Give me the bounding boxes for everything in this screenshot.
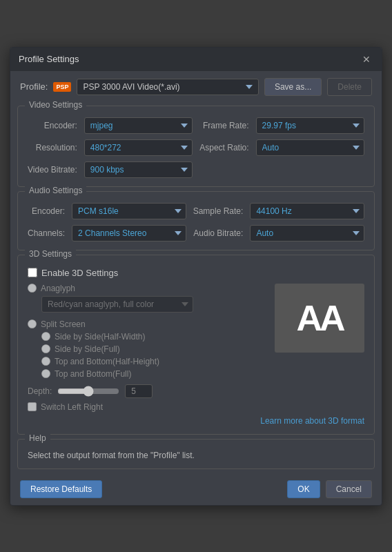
top-bottom-full-radio[interactable] bbox=[41, 369, 50, 378]
profile-icon: PSP bbox=[53, 82, 71, 92]
delete-button[interactable]: Delete bbox=[327, 78, 372, 96]
profile-settings-dialog: Profile Settings ✕ Profile: PSP PSP 3000… bbox=[10, 47, 382, 506]
encoder-label: Encoder: bbox=[28, 121, 77, 130]
channels-label: Channels: bbox=[28, 228, 65, 238]
side-by-side-half-radio[interactable] bbox=[41, 332, 50, 341]
dialog-title: Profile Settings bbox=[19, 54, 79, 64]
encoder-select[interactable]: mjpeg bbox=[84, 117, 193, 134]
threed-preview: AA bbox=[275, 284, 364, 353]
depth-label: Depth: bbox=[28, 386, 52, 396]
enable-3d-label: Enable 3D Settings bbox=[41, 268, 118, 278]
threed-settings-title: 3D Settings bbox=[25, 249, 76, 259]
threed-preview-text: AA bbox=[296, 297, 342, 339]
anaglyph-label: Anaglyph bbox=[41, 284, 75, 293]
profile-select[interactable]: PSP 3000 AVI Video(*.avi) bbox=[77, 79, 258, 95]
depth-row: Depth: bbox=[28, 384, 268, 398]
bitrate-label: Video Bitrate: bbox=[28, 165, 77, 175]
profile-label: Profile: bbox=[20, 81, 48, 92]
anaglyph-radio[interactable] bbox=[28, 284, 37, 293]
enable-3d-checkbox[interactable] bbox=[28, 268, 37, 277]
ok-button[interactable]: OK bbox=[287, 480, 320, 498]
anaglyph-group: Anaglyph Red/cyan anaglyph, full color S… bbox=[28, 284, 268, 379]
side-by-side-full-label: Side by Side(Full) bbox=[55, 344, 120, 354]
audio-bitrate-select[interactable]: Auto bbox=[250, 225, 364, 241]
depth-input[interactable] bbox=[125, 384, 153, 398]
split-screen-label: Split Screen bbox=[41, 319, 86, 329]
enable-3d-row: Enable 3D Settings bbox=[28, 268, 364, 278]
threed-settings-section: 3D Settings Enable 3D Settings Anaglyph … bbox=[17, 255, 375, 435]
bitrate-select[interactable]: 900 kbps bbox=[84, 161, 193, 178]
title-bar: Profile Settings ✕ bbox=[10, 48, 382, 71]
cancel-button[interactable]: Cancel bbox=[326, 480, 372, 498]
help-section: Help Select the output format from the "… bbox=[17, 439, 375, 469]
close-button[interactable]: ✕ bbox=[360, 53, 373, 66]
audio-encoder-label: Encoder: bbox=[28, 206, 65, 216]
anaglyph-radio-row: Anaglyph bbox=[28, 284, 268, 293]
side-by-side-full-row: Side by Side(Full) bbox=[41, 344, 268, 354]
sample-rate-select[interactable]: 44100 Hz bbox=[250, 203, 364, 219]
frame-rate-label: Frame Rate: bbox=[199, 121, 248, 130]
footer-right: OK Cancel bbox=[287, 480, 372, 498]
top-bottom-half-radio[interactable] bbox=[41, 357, 50, 366]
depth-slider[interactable] bbox=[57, 386, 119, 397]
split-screen-radio[interactable] bbox=[28, 319, 37, 328]
resolution-label: Resolution: bbox=[28, 143, 77, 152]
top-bottom-full-label: Top and Bottom(Full) bbox=[55, 369, 131, 379]
top-bottom-full-row: Top and Bottom(Full) bbox=[41, 369, 268, 379]
sample-rate-label: Sample Rate: bbox=[193, 206, 244, 216]
side-by-side-half-row: Side by Side(Half-Width) bbox=[41, 332, 268, 342]
threed-main: Anaglyph Red/cyan anaglyph, full color S… bbox=[28, 284, 364, 412]
audio-settings-section: Audio Settings Encoder: PCM s16le Sample… bbox=[17, 191, 375, 250]
split-screen-radio-row: Split Screen bbox=[28, 319, 268, 329]
anaglyph-select[interactable]: Red/cyan anaglyph, full color bbox=[41, 296, 193, 313]
frame-rate-select[interactable]: 29.97 fps bbox=[256, 117, 364, 134]
side-by-side-full-radio[interactable] bbox=[41, 344, 50, 353]
audio-bitrate-label: Audio Bitrate: bbox=[193, 228, 244, 238]
profile-row: Profile: PSP PSP 3000 AVI Video(*.avi) S… bbox=[10, 71, 382, 103]
audio-encoder-select[interactable]: PCM s16le bbox=[72, 203, 186, 219]
video-settings-section: Video Settings Encoder: mjpeg Frame Rate… bbox=[17, 106, 375, 187]
side-by-side-half-label: Side by Side(Half-Width) bbox=[55, 332, 145, 342]
audio-settings-title: Audio Settings bbox=[25, 186, 86, 195]
top-bottom-half-label: Top and Bottom(Half-Height) bbox=[55, 357, 159, 366]
learn-more-link[interactable]: Learn more about 3D format bbox=[28, 416, 364, 426]
switch-lr-label: Switch Left Right bbox=[41, 402, 103, 412]
switch-lr-checkbox[interactable] bbox=[28, 402, 37, 411]
help-text: Select the output format from the "Profi… bbox=[28, 451, 364, 460]
aspect-ratio-select[interactable]: Auto bbox=[256, 139, 364, 156]
top-bottom-half-row: Top and Bottom(Half-Height) bbox=[41, 357, 268, 366]
restore-defaults-button[interactable]: Restore Defaults bbox=[20, 480, 102, 498]
resolution-select[interactable]: 480*272 bbox=[84, 139, 193, 156]
video-settings-title: Video Settings bbox=[25, 100, 86, 110]
footer: Restore Defaults OK Cancel bbox=[10, 473, 382, 505]
help-section-title: Help bbox=[25, 433, 50, 443]
aspect-ratio-label: Aspect Ratio: bbox=[199, 143, 248, 152]
threed-content: Enable 3D Settings Anaglyph Red/cyan ana… bbox=[28, 268, 364, 426]
save-as-button[interactable]: Save as... bbox=[264, 78, 322, 96]
switch-lr-row: Switch Left Right bbox=[28, 402, 268, 412]
channels-select[interactable]: 2 Channels Stereo bbox=[72, 225, 186, 241]
threed-left: Anaglyph Red/cyan anaglyph, full color S… bbox=[28, 284, 268, 412]
video-settings-grid: Encoder: mjpeg Frame Rate: 29.97 fps Res… bbox=[28, 117, 364, 178]
audio-settings-grid: Encoder: PCM s16le Sample Rate: 44100 Hz… bbox=[28, 203, 364, 241]
